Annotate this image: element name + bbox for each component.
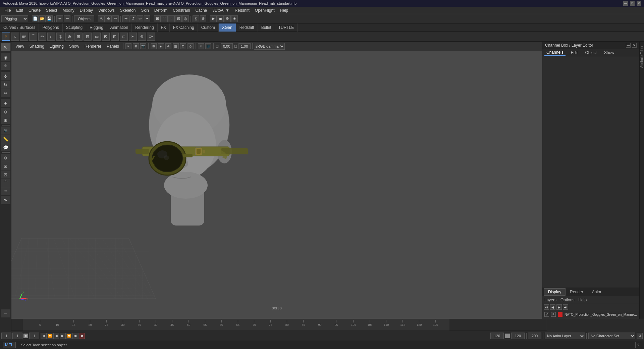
bend-tool[interactable]: ⌒ <box>1 179 10 187</box>
ruler-tick-125[interactable]: 125 <box>433 319 438 331</box>
layers-last-btn[interactable]: ⏭ <box>563 304 568 310</box>
universal-tool-btn[interactable]: ✦ <box>144 15 150 22</box>
rotate-tool-btn[interactable]: ↺ <box>129 15 136 22</box>
vp-shadow-btn[interactable]: 🌑 <box>205 43 211 49</box>
menu-item-windows[interactable]: Windows <box>96 7 117 13</box>
lighting-menu[interactable]: Lighting <box>48 43 66 49</box>
ruler-tick-80[interactable]: 80 <box>285 319 289 331</box>
ruler-tick-15[interactable]: 15 <box>72 319 75 331</box>
construction-btn[interactable]: ⊕ <box>200 15 206 22</box>
shelf-tab-animation[interactable]: Animation <box>107 23 132 32</box>
shelf-arc-icon[interactable]: ∩ <box>47 33 55 41</box>
render-tab[interactable]: Render <box>566 288 587 296</box>
layer-visible-btn[interactable]: V <box>544 312 549 317</box>
shelf-tab-redshift[interactable]: Redshift <box>236 23 258 32</box>
channels-tab[interactable]: Channels <box>544 49 566 56</box>
menu-item-help[interactable]: Help <box>278 7 291 13</box>
scene-area[interactable]: persp x y z <box>11 51 542 312</box>
paint-select-tool[interactable]: ◉ <box>1 53 10 61</box>
max-frame-input[interactable] <box>511 333 525 339</box>
ruler-tick-115[interactable]: 115 <box>400 319 405 331</box>
vp-edge-btn[interactable]: ⊡ <box>180 43 186 49</box>
play-back-btn[interactable]: ◀ <box>53 333 59 339</box>
menu-item-skeleton[interactable]: Skeleton <box>118 7 138 13</box>
scale-tool[interactable]: ⇔ <box>1 89 10 97</box>
layers-help[interactable]: Help <box>578 298 587 302</box>
shelf-tab-fxcaching[interactable]: FX Caching <box>170 23 198 32</box>
menu-item-create[interactable]: Create <box>26 7 43 13</box>
exposure-input[interactable] <box>221 43 233 49</box>
layer-color-swatch[interactable] <box>558 312 562 317</box>
deform-tool[interactable]: ⊗ <box>1 154 10 162</box>
vp-origin-btn[interactable]: ⊕ <box>165 43 171 49</box>
history-on-btn[interactable]: ⎘ <box>193 15 199 22</box>
render-settings-btn[interactable]: ⚙ <box>224 15 231 22</box>
mode-select[interactable]: Rigging <box>1 15 28 22</box>
camera-tool[interactable]: 📷 <box>1 127 10 135</box>
menu-item-constrain[interactable]: Constrain <box>170 7 192 13</box>
step-fwd-btn[interactable]: ⏩ <box>66 333 72 339</box>
snap-point-btn[interactable]: · <box>168 15 175 22</box>
close-button[interactable]: ✕ <box>637 1 641 6</box>
ruler-tick-35[interactable]: 35 <box>138 319 141 331</box>
move-tool-btn[interactable]: ✛ <box>122 15 129 22</box>
show-tab[interactable]: Show <box>602 50 616 56</box>
shelf-cv-icon[interactable]: CV <box>147 33 155 41</box>
paint-tool-btn[interactable]: ✏ <box>112 15 119 22</box>
hypershade-btn[interactable]: ◈ <box>231 15 238 22</box>
play-fwd-btn[interactable]: ▶ <box>60 333 66 339</box>
shelf-loft-icon[interactable]: ⊞ <box>74 33 83 41</box>
vp-select-btn[interactable]: ↖ <box>125 43 131 49</box>
character-set-select[interactable]: No Character Set <box>588 333 635 339</box>
redo-button[interactable]: ↪ <box>64 15 70 22</box>
go-start-btn[interactable]: ⏮ <box>41 333 47 339</box>
start-frame-input[interactable] <box>1 333 11 339</box>
panel-minimize-btn[interactable]: — <box>626 43 631 48</box>
shelf-sphere-icon[interactable]: ◎ <box>56 33 64 41</box>
shelf-tab-curvessurfaces[interactable]: Curves / Surfaces <box>0 23 39 32</box>
layers-next-btn[interactable]: ▶ <box>556 304 562 310</box>
soft-mod-tool[interactable]: ⊙ <box>1 108 10 116</box>
shelf-trim-icon[interactable]: ✂ <box>129 33 137 41</box>
undo-button[interactable]: ↩ <box>56 15 63 22</box>
auto-key-btn[interactable]: ⏺ <box>79 333 85 339</box>
lasso-tool-btn[interactable]: ⊙ <box>105 15 112 22</box>
shelf-revolve-icon[interactable]: ⊛ <box>65 33 73 41</box>
ruler-tick-70[interactable]: 70 <box>253 319 256 331</box>
vp-scene-btn[interactable]: ◈ <box>158 43 164 49</box>
shelf-tab-rigging[interactable]: Rigging <box>86 23 107 32</box>
anim-layer-select[interactable]: No Anim Layer <box>545 333 585 339</box>
vp-wireframe2-btn[interactable]: ▦ <box>173 43 179 49</box>
shelf-boundary-icon[interactable]: ⊡ <box>111 33 119 41</box>
key-frame-input[interactable] <box>29 333 39 339</box>
ipr-btn[interactable]: ⏺ <box>217 15 224 22</box>
menu-item-display[interactable]: Display <box>77 7 95 13</box>
panel-close-btn[interactable]: ✕ <box>632 43 637 48</box>
snap-grid-btn[interactable]: ⊞ <box>154 15 161 22</box>
ruler-tick-5[interactable]: 5 <box>39 319 41 331</box>
vp-camera-btn[interactable]: 📷 <box>140 43 146 49</box>
select-tool[interactable]: ↖ <box>1 43 10 51</box>
shelf-tab-custom[interactable]: Custom <box>198 23 219 32</box>
measure-tool[interactable]: 📏 <box>1 135 10 143</box>
shelf-circle-icon[interactable]: ○ <box>11 33 19 41</box>
layers-prev-btn[interactable]: ◀ <box>550 304 555 310</box>
vp-xray-btn[interactable]: ◎ <box>187 43 194 49</box>
view-menu[interactable]: View <box>13 43 26 49</box>
ruler-tick-120[interactable]: 120 <box>417 319 422 331</box>
layers-options[interactable]: Options <box>560 298 574 302</box>
minimize-button[interactable]: — <box>623 1 628 6</box>
ruler-tick-25[interactable]: 25 <box>105 319 108 331</box>
ruler-tick-105[interactable]: 105 <box>367 319 372 331</box>
ruler-tick-45[interactable]: 45 <box>170 319 174 331</box>
shelf-tab-xgen[interactable]: XGen <box>219 23 236 32</box>
ruler-tick-95[interactable]: 95 <box>335 319 338 331</box>
ruler-tick-90[interactable]: 90 <box>318 319 322 331</box>
shelf-tab-polygons[interactable]: Polygons <box>39 23 62 32</box>
shelf-bezier-icon[interactable]: ⌒ <box>29 33 37 41</box>
renderer-menu[interactable]: Renderer <box>83 43 103 49</box>
lasso-tool[interactable]: ⥁ <box>1 62 10 70</box>
ruler-tick-65[interactable]: 65 <box>236 319 239 331</box>
context-tool[interactable]: ⋯ <box>1 309 10 317</box>
gamma-input[interactable] <box>238 43 251 49</box>
